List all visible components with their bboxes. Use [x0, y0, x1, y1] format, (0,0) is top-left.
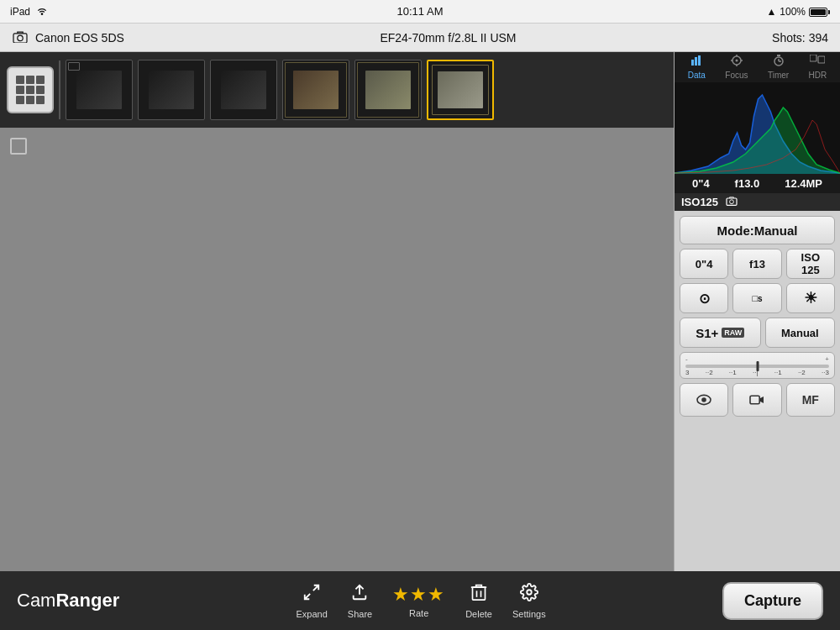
format-button[interactable]: S1+ RAW	[680, 318, 761, 348]
bottom-actions: Expand Share ★★★ Rate Delete Settings	[297, 583, 546, 619]
svg-rect-15	[810, 55, 816, 61]
camera-controls: Mode:Manual 0"4 f13 ISO 125 ⊙ □s ☀ S1+ R…	[675, 211, 840, 571]
histogram-graph	[675, 82, 840, 174]
exposure-info: 0"4 f13.0 12.4MP	[675, 174, 840, 193]
left-panel	[0, 52, 674, 571]
share-icon	[350, 583, 369, 606]
battery-percent: 100%	[780, 6, 806, 18]
video-icon	[748, 393, 765, 407]
iso-button[interactable]: ISO 125	[786, 249, 835, 279]
preview-area[interactable]	[0, 128, 674, 571]
drive-button[interactable]: □s	[732, 283, 781, 313]
tab-focus[interactable]: Focus	[720, 53, 753, 81]
drive-row: ⊙ □s ☀	[680, 283, 835, 313]
wb-button[interactable]: ☀	[786, 283, 835, 313]
share-action[interactable]: Share	[348, 583, 372, 619]
status-bar: iPad 10:11 AM ▲ 100%	[0, 0, 840, 24]
shots-count: Shots: 394	[772, 31, 828, 45]
tab-hdr-label: HDR	[809, 71, 827, 80]
mf-button[interactable]: MF	[786, 383, 835, 417]
device-label: iPad	[10, 6, 30, 18]
gps-icon: ▲	[766, 6, 776, 18]
logo-cam: Cam	[17, 590, 55, 611]
main-area: Data Focus Timer HDR	[0, 52, 840, 571]
svg-rect-20	[727, 198, 737, 205]
eye-icon	[696, 393, 712, 407]
expand-label: Expand	[297, 609, 328, 619]
grid-view-button[interactable]	[7, 66, 54, 113]
raw-badge: RAW	[722, 328, 744, 338]
thumbnail-5[interactable]	[354, 60, 422, 120]
tab-timer-label: Timer	[768, 71, 789, 80]
grid-icon	[16, 76, 45, 104]
aperture-button[interactable]: f13	[732, 249, 781, 279]
thumbnail-6[interactable]	[427, 60, 494, 120]
settings-icon	[520, 583, 538, 606]
camera-icon	[12, 29, 29, 45]
svg-point-29	[527, 590, 532, 595]
corner-indicator	[10, 138, 27, 155]
logo-ranger: Ranger	[55, 590, 119, 611]
svg-rect-26	[473, 587, 486, 600]
status-time: 10:11 AM	[397, 5, 444, 18]
thumbnail-3[interactable]	[210, 60, 277, 120]
svg-rect-2	[691, 60, 694, 66]
mode-button[interactable]: Mode:Manual	[680, 216, 835, 244]
svg-rect-0	[13, 34, 27, 43]
status-left: iPad	[10, 5, 49, 18]
exposure-compensation-slider[interactable]: - + 3 ··2 ··1 ··| ··1 ··2 ··3	[680, 352, 835, 379]
svg-point-23	[701, 397, 706, 402]
svg-rect-4	[698, 55, 701, 66]
status-right: ▲ 100%	[766, 6, 830, 18]
exp-slider-thumb	[756, 361, 759, 371]
capture-button[interactable]: Capture	[722, 582, 823, 620]
camera-small-icon	[725, 196, 738, 208]
camera-bar: Canon EOS 5DS EF24-70mm f/2.8L II USM Sh…	[0, 24, 840, 52]
manual-button[interactable]: Manual	[765, 318, 835, 348]
settings-label: Settings	[512, 609, 546, 619]
svg-rect-16	[818, 56, 825, 63]
plus-label: +	[825, 355, 829, 363]
svg-point-6	[735, 60, 738, 62]
rate-label: Rate	[409, 608, 428, 618]
camranger-logo: CamRanger	[17, 590, 119, 612]
bottom-bar: CamRanger Expand Share ★★★ Rate Delete	[0, 571, 840, 630]
minus-label: -	[685, 355, 688, 363]
thumbnail-2[interactable]	[138, 60, 205, 120]
tab-hdr[interactable]: HDR	[804, 53, 832, 81]
format-row: S1+ RAW Manual	[680, 318, 835, 348]
hdr-icon	[810, 55, 825, 69]
tab-data-label: Data	[688, 71, 706, 80]
iso-row: ISO125	[675, 193, 840, 211]
live-view-button[interactable]	[680, 383, 728, 417]
battery-icon	[809, 6, 830, 18]
metering-button[interactable]: ⊙	[680, 283, 728, 313]
thumbnail-1[interactable]	[66, 60, 133, 120]
exposure-row: 0"4 f13 ISO 125	[680, 249, 835, 279]
shutter-button[interactable]: 0"4	[680, 249, 728, 279]
thumbnail-4[interactable]	[282, 60, 349, 120]
expand-action[interactable]: Expand	[297, 583, 328, 619]
share-label: Share	[348, 609, 372, 619]
lens-name: EF24-70mm f/2.8L II USM	[380, 31, 516, 45]
wifi-icon	[35, 5, 49, 18]
right-panel: Data Focus Timer HDR	[674, 52, 840, 571]
settings-action[interactable]: Settings	[512, 583, 546, 619]
tab-data[interactable]: Data	[683, 53, 711, 81]
svg-point-1	[18, 35, 23, 40]
thumb-divider	[59, 60, 60, 119]
megapixels-display: 12.4MP	[785, 177, 822, 190]
tab-timer[interactable]: Timer	[763, 53, 794, 81]
camera-name: Canon EOS 5DS	[35, 31, 124, 45]
rate-action[interactable]: ★★★ Rate	[392, 584, 445, 618]
rate-icon: ★★★	[392, 584, 445, 606]
exp-slider-track[interactable]	[685, 365, 829, 368]
delete-action[interactable]: Delete	[465, 583, 492, 619]
svg-point-21	[730, 200, 734, 204]
focus-icon	[731, 55, 743, 69]
bottom-icons: MF	[680, 383, 835, 417]
video-button[interactable]	[732, 383, 781, 417]
svg-rect-24	[750, 396, 759, 404]
timer-icon	[773, 55, 785, 69]
delete-label: Delete	[465, 609, 492, 619]
